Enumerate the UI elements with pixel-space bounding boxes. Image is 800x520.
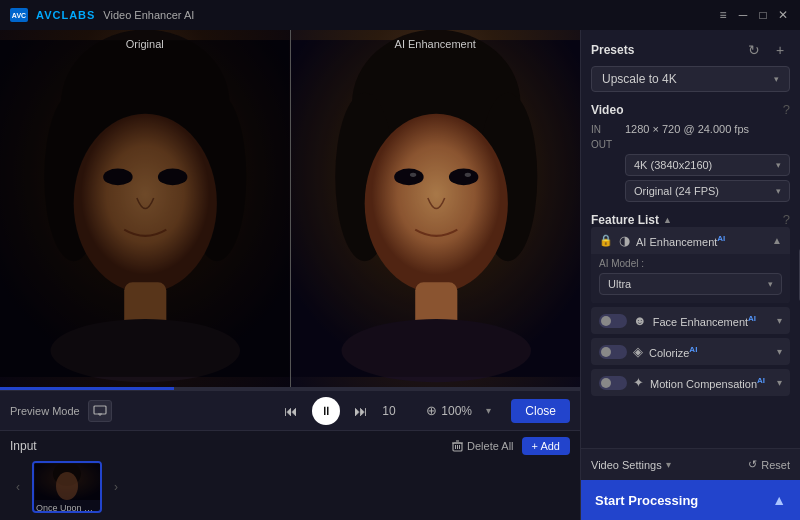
- right-panel: Export Presets ↻ + Upscale to 4K ▾: [580, 30, 800, 520]
- zoom-area: ⊕ 100% ▾: [426, 403, 495, 418]
- start-processing-label: Start Processing: [595, 493, 698, 508]
- ai-model-dropdown[interactable]: Ultra ▾: [599, 273, 782, 295]
- frame-number: 10: [382, 404, 402, 418]
- file-name: Once Upon a Time in ...: [34, 501, 100, 513]
- thumb-image: [35, 464, 100, 500]
- ai-enhancement-header: 🔒 ◑ AI EnhancementAI ▲: [591, 227, 790, 254]
- video-help-icon[interactable]: ?: [783, 102, 790, 117]
- original-frame: [0, 30, 290, 387]
- resolution-dropdown[interactable]: 4K (3840x2160) ▾: [625, 154, 790, 176]
- title-bar-controls: ≡ ─ □ ✕: [716, 8, 790, 22]
- video-in-row: IN 1280 × 720 @ 24.000 fps: [591, 123, 790, 135]
- video-original: Original: [0, 30, 290, 387]
- fps-chevron: ▾: [776, 186, 781, 196]
- feature-item-motion-compensation: ✦ Motion CompensationAI ▾: [591, 369, 790, 396]
- input-header: Input Delete All +: [10, 437, 570, 455]
- presets-add-button[interactable]: +: [770, 40, 790, 60]
- enhanced-face-svg: [291, 30, 581, 387]
- video-settings-label: Video Settings: [591, 459, 662, 471]
- face-enhancement-name: Face EnhancementAI: [653, 314, 771, 328]
- face-ai-badge: AI: [748, 314, 756, 323]
- input-actions: Delete All + Add: [452, 437, 570, 455]
- video-settings-left: Video Settings ▾: [591, 459, 671, 471]
- video-divider: [290, 30, 291, 387]
- fps-value: Original (24 FPS): [634, 185, 719, 197]
- presets-title: Presets: [591, 43, 634, 57]
- svg-text:AVC: AVC: [12, 12, 26, 19]
- motion-compensation-toggle[interactable]: [599, 376, 627, 390]
- files-prev-arrow[interactable]: ‹: [10, 479, 26, 495]
- right-content: Presets ↻ + Upscale to 4K ▾ Video ?: [581, 30, 800, 448]
- face-enhancement-toggle[interactable]: [599, 314, 627, 328]
- ai-enhancement-body: AI Model : Ultra ▾: [591, 254, 790, 303]
- svg-rect-24: [94, 406, 106, 414]
- feature-title-row: Feature List ▲: [591, 213, 672, 227]
- ai-enhancement-collapse[interactable]: ▲: [772, 235, 782, 246]
- motion-compensation-expand[interactable]: ▾: [777, 377, 782, 388]
- video-area: Original: [0, 30, 580, 387]
- video-settings-sort[interactable]: ▾: [666, 459, 671, 470]
- menu-button[interactable]: ≡: [716, 8, 730, 22]
- video-header: Video ?: [591, 102, 790, 117]
- zoom-dropdown[interactable]: ▾: [481, 404, 495, 418]
- ai-enhancement-icon: ◑: [619, 233, 630, 248]
- motion-compensation-header: ✦ Motion CompensationAI ▾: [591, 369, 790, 396]
- controls-bar: Original Preview Mode ⏮ ⏸ ⏭ 10 ⊕ 100% ▾ …: [0, 390, 580, 430]
- close-preview-button[interactable]: Close: [511, 399, 570, 423]
- reset-label: Reset: [761, 459, 790, 471]
- skip-forward-button[interactable]: ⏭: [348, 398, 374, 424]
- ai-model-label: AI Model :: [599, 258, 782, 269]
- skip-back-button[interactable]: ⏮: [278, 398, 304, 424]
- feature-help-icon[interactable]: ?: [783, 212, 790, 227]
- input-files: ‹: [10, 461, 570, 513]
- left-panel: Original: [0, 30, 580, 520]
- files-next-arrow[interactable]: ›: [108, 479, 124, 495]
- colorize-toggle[interactable]: [599, 345, 627, 359]
- file-thumb-inner: [34, 463, 100, 501]
- add-file-button[interactable]: + Add: [522, 437, 570, 455]
- svg-rect-36: [35, 464, 100, 500]
- feature-list-title: Feature List: [591, 213, 659, 227]
- start-expand-icon: ▲: [772, 492, 786, 508]
- resolution-chevron: ▾: [776, 160, 781, 170]
- feature-item-ai-enhancement: 🔒 ◑ AI EnhancementAI ▲ AI Model : Ultra …: [591, 227, 790, 303]
- feature-list-header: Feature List ▲ ?: [591, 212, 790, 227]
- video-title: Video: [591, 103, 623, 117]
- svg-rect-23: [291, 40, 581, 377]
- colorize-expand[interactable]: ▾: [777, 346, 782, 357]
- preset-dropdown[interactable]: Upscale to 4K ▾: [591, 66, 790, 92]
- feature-item-face-enhancement: ☻ Face EnhancementAI ▾: [591, 307, 790, 334]
- presets-refresh-button[interactable]: ↻: [744, 40, 764, 60]
- video-settings-reset[interactable]: ↺ Reset: [748, 458, 790, 471]
- video-out-row: OUT: [591, 139, 790, 150]
- fps-dropdown[interactable]: Original (24 FPS) ▾: [625, 180, 790, 202]
- main-layout: Original: [0, 30, 800, 520]
- app-logo-icon: AVC: [10, 8, 28, 22]
- delete-all-button[interactable]: Delete All: [452, 440, 513, 452]
- motion-compensation-icon: ✦: [633, 375, 644, 390]
- preview-mode-text: Preview Mode: [10, 405, 80, 417]
- reset-icon: ↺: [748, 458, 757, 471]
- file-thumbnail[interactable]: Once Upon a Time in ...: [32, 461, 102, 513]
- close-window-button[interactable]: ✕: [776, 8, 790, 22]
- app-title: Video Enhancer AI: [103, 9, 194, 21]
- presets-header: Presets ↻ +: [591, 40, 790, 60]
- maximize-button[interactable]: □: [756, 8, 770, 22]
- face-enhancement-icon: ☻: [633, 313, 647, 328]
- ai-badge: AI: [717, 234, 725, 243]
- resolution-value: 4K (3840x2160): [634, 159, 712, 171]
- monitor-icon-btn[interactable]: [88, 400, 112, 422]
- title-bar-left: AVC AVCLABS Video Enhancer AI: [10, 8, 194, 22]
- add-btn-label: + Add: [532, 440, 560, 452]
- minimize-button[interactable]: ─: [736, 8, 750, 22]
- out-label: OUT: [591, 139, 617, 150]
- colorize-name: ColorizeAI: [649, 345, 771, 359]
- pause-button[interactable]: ⏸: [312, 397, 340, 425]
- start-processing-bar[interactable]: Start Processing ▲: [581, 480, 800, 520]
- presets-section: Presets ↻ + Upscale to 4K ▾: [591, 40, 790, 92]
- face-enhancement-expand[interactable]: ▾: [777, 315, 782, 326]
- input-label: Input: [10, 439, 37, 453]
- motion-ai-badge: AI: [757, 376, 765, 385]
- in-value: 1280 × 720 @ 24.000 fps: [625, 123, 749, 135]
- video-enhanced: AI Enhancement: [291, 30, 581, 387]
